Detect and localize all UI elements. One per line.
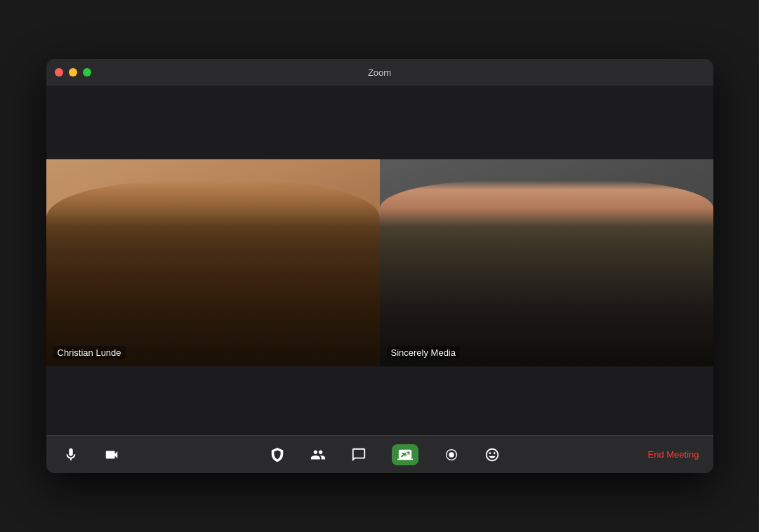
reactions-button[interactable] xyxy=(482,444,503,465)
toolbar-left xyxy=(60,444,122,465)
share-screen-button[interactable] xyxy=(389,441,421,468)
minimize-button[interactable] xyxy=(69,68,77,77)
traffic-lights xyxy=(55,68,91,77)
video-cell-2[interactable]: Sincerely Media xyxy=(380,159,713,366)
top-area xyxy=(46,86,713,159)
participant-name-2: Sincerely Media xyxy=(387,346,461,359)
toolbar-center xyxy=(122,441,648,468)
main-content: Christian Lunde Sincerely Media xyxy=(46,86,713,473)
video-background-1 xyxy=(46,159,380,366)
title-bar: Zoom xyxy=(46,59,713,86)
bottom-area xyxy=(46,366,713,435)
video-grid: Christian Lunde Sincerely Media xyxy=(46,159,713,366)
participant-figure-2 xyxy=(380,180,713,367)
video-background-2 xyxy=(380,159,713,366)
video-cell-1[interactable]: Christian Lunde xyxy=(46,159,380,366)
toolbar: End Meeting xyxy=(46,435,713,473)
record-button[interactable] xyxy=(441,444,462,465)
mute-button[interactable] xyxy=(60,444,81,465)
participants-button[interactable] xyxy=(308,444,329,465)
toolbar-right: End Meeting xyxy=(648,449,699,460)
window-title: Zoom xyxy=(368,67,391,78)
record-icon xyxy=(444,447,459,463)
end-meeting-button[interactable]: End Meeting xyxy=(648,449,699,460)
mic-icon xyxy=(63,447,79,463)
zoom-window: Zoom Christian Lunde Sincerely Media xyxy=(46,59,713,473)
participant-name-1: Christian Lunde xyxy=(53,346,126,359)
reactions-icon xyxy=(484,447,500,463)
chat-button[interactable] xyxy=(348,444,369,465)
participant-figure-1 xyxy=(46,180,380,367)
close-button[interactable] xyxy=(55,68,63,77)
video-button[interactable] xyxy=(101,444,122,465)
participants-icon xyxy=(310,447,326,463)
camera-icon xyxy=(104,447,119,463)
svg-point-1 xyxy=(449,452,454,457)
security-icon xyxy=(270,447,285,463)
share-btn-bg xyxy=(392,444,418,465)
maximize-button[interactable] xyxy=(83,68,91,77)
chat-icon xyxy=(351,447,367,463)
security-button[interactable] xyxy=(267,444,288,465)
share-screen-icon xyxy=(397,447,413,463)
